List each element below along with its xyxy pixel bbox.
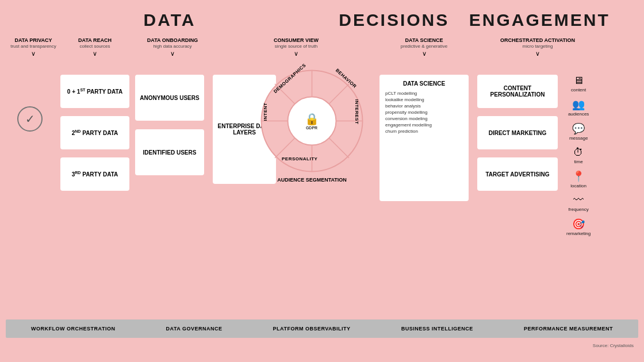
header-engagement: ENGAGEMENT [469, 10, 610, 29]
bottom-bar: WORKFLOW ORCHESTRATION DATA GOVERNANCE P… [6, 319, 638, 338]
consumer-subtitle: single source of truth [247, 44, 345, 49]
consumer-circle: DEMOGRAPHICS BEHAVIOR INTEREST PERSONALI… [259, 68, 365, 174]
privacy-title: DATA PRIVACY [10, 37, 56, 44]
science-col-subtitle: predictive & generative [379, 44, 469, 49]
icon-item-location: 📍location [570, 170, 586, 188]
reach-chevron: ∨ [60, 50, 129, 57]
direct-marketing-box: DIRECT MARKETING [477, 116, 558, 149]
onboarding-title: DATA ONBOARDING [135, 37, 210, 44]
identified-users-box: IDENTIFIED USERS [135, 129, 204, 175]
privacy-subtitle: trust and transparency [10, 44, 56, 49]
icon-item-message: 💬message [569, 122, 588, 141]
header-data: DATA [144, 10, 196, 29]
intent-label: INTENT [263, 103, 268, 121]
icon-item-remarketing: 🎯remarketing [566, 218, 591, 236]
icon-label-frequency: frequency [569, 207, 589, 212]
second-party-box: 2ND PARTY DATA [60, 116, 129, 149]
science-col-title: DATA SCIENCE [379, 37, 469, 44]
header-decisions: DECISIONS [339, 10, 449, 29]
onboarding-subtitle: high data accuracy [135, 44, 210, 49]
third-party-box: 3RD PARTY DATA [60, 157, 129, 191]
anonymous-users-box: ANONYMOUS USERS [135, 75, 204, 121]
icon-label-content: content [571, 87, 586, 93]
bottom-governance: DATA GOVERNANCE [166, 326, 223, 332]
science-chevron: ∨ [379, 50, 469, 57]
first-party-box: 0 + 1ST PARTY DATA [60, 75, 129, 108]
icon-label-location: location [570, 183, 586, 188]
science-item: lookalike modelling [385, 97, 463, 103]
gdpr-center: 🔒 GDPR [292, 101, 331, 140]
icon-item-frequency: 〰frequency [569, 194, 589, 212]
consumer-title: CONSUMER VIEW [247, 37, 345, 44]
audience-segmentation: AUDIENCE SEGMENTATION [267, 177, 356, 183]
data-science-title: DATA SCIENCE [385, 80, 463, 87]
bottom-workflow: WORKFLOW ORCHESTRATION [31, 326, 115, 332]
activation-subtitle: micro targeting [492, 44, 584, 49]
target-advertising-box: TARGET ADVERTISING [477, 157, 558, 191]
icon-item-time: ⏱time [573, 147, 584, 164]
data-science-box: DATA SCIENCE pCLT modellinglookalike mod… [379, 75, 469, 201]
privacy-check: ✓ [17, 106, 43, 132]
science-item: engagement modelling [385, 122, 463, 128]
icon-item-content: 🖥content [571, 75, 586, 93]
personality-label: PERSONALITY [282, 156, 317, 161]
icon-label-message: message [569, 136, 588, 141]
source-credit: Source: Crystalloids [593, 343, 634, 348]
content-personalization-box: CONTENT PERSONALIZATION [477, 75, 558, 108]
science-item: behavior analysis [385, 103, 463, 109]
gdpr-label: GDPR [306, 126, 317, 130]
reach-title: DATA REACH [60, 37, 129, 44]
reach-subtitle: collect sources [60, 44, 129, 49]
bottom-intelligence: BUSINESS INTELLIGENCE [401, 326, 473, 332]
onboarding-chevron: ∨ [135, 50, 210, 57]
icon-label-audiences: audiences [568, 111, 589, 117]
science-item: pCLT modelling [385, 90, 463, 97]
icon-item-audiences: 👥audiences [568, 98, 589, 117]
privacy-chevron: ∨ [10, 50, 56, 57]
consumer-chevron: ∨ [247, 50, 345, 57]
science-item: conversion modeling [385, 115, 463, 122]
science-item: churn prediction [385, 128, 463, 134]
activation-title: ORCHESTRATED ACTIVATION [492, 37, 584, 44]
icon-label-time: time [574, 159, 583, 164]
interest-label: INTEREST [355, 99, 360, 125]
bottom-observability: PLATFORM OBSERVABILITY [273, 326, 351, 332]
science-item: propensity modelling [385, 109, 463, 115]
icon-label-remarketing: remarketing [566, 231, 591, 236]
bottom-measurement: PERFORMANCE MEASUREMENT [524, 326, 613, 332]
activation-chevron: ∨ [492, 50, 584, 57]
